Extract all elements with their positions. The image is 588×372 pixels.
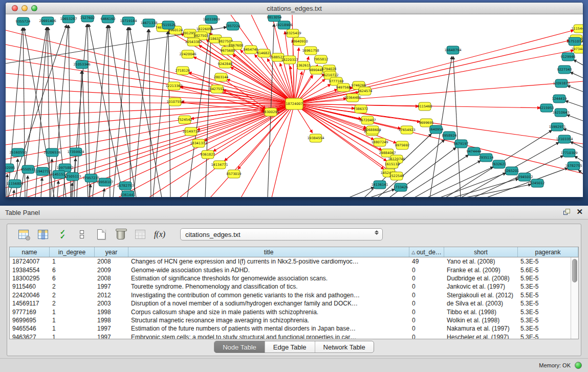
table-panel: Table Panel ✕ ✓✓ f(x) citations_edges.tx… <box>0 206 588 372</box>
graph-node-label: 12093872 <box>553 81 570 85</box>
graph-edge <box>565 101 583 107</box>
table-row[interactable]: 977716911998Corpus callosum shape and si… <box>10 308 578 316</box>
graph-node-label: 6466160 <box>101 17 116 21</box>
graph-node-label: 9474444 <box>467 149 482 154</box>
scrollbar-thumb[interactable] <box>572 259 577 282</box>
table-cell: Stergiakouli et al. (2012) <box>444 291 518 299</box>
graph-node-label: 18226058 <box>196 27 213 31</box>
tab-node-table[interactable]: Node Table <box>214 341 265 353</box>
graph-node-label: 8427552 <box>210 87 225 91</box>
graph-node-label: 18640910 <box>291 39 308 43</box>
select-all-columns-icon[interactable]: ✓✓ <box>56 228 69 240</box>
table-row[interactable]: 911546021997Tourette syndrome. Phenomeno… <box>10 282 578 291</box>
graph-node-label: 16033809 <box>203 17 220 21</box>
graph-node-label: 19734493 <box>571 47 583 51</box>
close-panel-icon[interactable]: ✕ <box>576 208 583 216</box>
column-header-short[interactable]: short <box>444 247 518 257</box>
delete-table-icon-disabled <box>134 228 146 240</box>
graph-node-label: 10975887 <box>56 166 73 170</box>
table-rows: 1872400712008Changes of HCN gene express… <box>10 257 578 339</box>
table-row[interactable]: 1938455462009Genome-wide association stu… <box>10 266 578 274</box>
column-header-title[interactable]: title <box>128 247 409 257</box>
graph-node-label: 14671338 <box>140 21 157 25</box>
graph-node-label: 11942737 <box>34 169 51 173</box>
table-cell: 2003 <box>95 299 128 308</box>
delete-column-icon[interactable] <box>115 228 127 240</box>
column-header-year[interactable]: year <box>95 247 128 257</box>
graph-node-label: 9129946 <box>561 55 576 59</box>
show-columns-icon[interactable] <box>37 228 49 240</box>
graph-node-label: 17359924 <box>67 150 84 154</box>
graph-node-label: 2522549 <box>389 174 404 178</box>
window-titlebar[interactable]: citations_edges.txt <box>6 3 583 14</box>
table-row[interactable]: 1872400712008Changes of HCN gene express… <box>10 257 578 266</box>
table-cell: 5.6E-5 <box>518 266 578 274</box>
table-row[interactable]: 946362711997Embryonic stem cells: a mode… <box>10 333 578 339</box>
graph-node-label: 7955812 <box>314 57 329 61</box>
table-cell: Structural magnetic resonance image aver… <box>128 316 409 324</box>
table-cell: 1 <box>50 257 95 266</box>
graph-node-label: 7515526 <box>161 23 176 27</box>
graph-node-label: 16648794 <box>444 48 461 52</box>
table-cell: 0 <box>409 274 444 282</box>
column-header-name[interactable]: name <box>10 247 50 257</box>
table-cell: Embryonic stem cells: a model to study s… <box>128 333 409 339</box>
new-table-icon[interactable] <box>95 228 107 240</box>
graph-node-label: 9699695 <box>419 121 434 125</box>
table-cell: Corpus callosum shape and size in male p… <box>128 308 409 316</box>
row-height-icon[interactable] <box>76 228 88 240</box>
graph-node-label: 18807249 <box>371 140 388 144</box>
graph-node-label: 2803144 <box>214 75 229 79</box>
table-cell: 0 <box>409 316 444 324</box>
table-cell: 1998 <box>95 316 128 324</box>
float-panel-icon[interactable] <box>563 208 571 216</box>
tab-network-table[interactable]: Network Table <box>315 341 374 353</box>
table-row[interactable]: 1830029562008Estimation of significance … <box>10 274 578 282</box>
table-cell: Genome-wide association studies in ADHD. <box>128 266 409 274</box>
graph-node-label: 7386372 <box>354 107 368 111</box>
column-header-out_de[interactable]: △out_de… <box>409 247 444 257</box>
function-builder-icon[interactable]: f(x) <box>154 228 166 240</box>
table-selector-value: citations_edges.txt <box>185 231 241 238</box>
graph-node-label: 25160550 <box>9 150 26 155</box>
table-toolbar: ✓✓ f(x) citations_edges.txt <box>7 224 581 245</box>
table-cell: 1 <box>50 316 95 324</box>
graph-edge <box>134 29 148 198</box>
table-panel-inner: ✓✓ f(x) citations_edges.txt namein_degre… <box>7 224 581 356</box>
graph-node-label: 9245012 <box>530 181 545 185</box>
graph-node-label: 9227343 <box>557 68 572 72</box>
table-cell: 49 <box>409 257 444 266</box>
table-cell: 0 <box>409 266 444 274</box>
memory-status-icon[interactable] <box>575 362 582 369</box>
graph-node-label: 20364486 <box>344 96 361 100</box>
table-row[interactable]: 1456911722003Disruption of a novel membe… <box>10 299 578 308</box>
graph-node-label: 10688609 <box>364 128 381 132</box>
graph-node-label: 6794028 <box>322 67 337 71</box>
column-header-pagerank[interactable]: pagerank <box>518 247 578 257</box>
network-graph[interactable]: 1872400774638229960124891295418226058982… <box>6 15 583 198</box>
graph-node-label: 16210643 <box>552 111 569 115</box>
vertical-scrollbar[interactable] <box>571 257 578 339</box>
table-cell: 22420046 <box>10 291 50 299</box>
graph-edge <box>108 25 110 198</box>
table-cell: Yano et al. (2008) <box>444 257 518 266</box>
graph-node-label: 16210722 <box>321 73 338 77</box>
table-settings-icon[interactable] <box>17 228 30 240</box>
table-row[interactable]: 946554611997Estimation of the future num… <box>10 324 578 333</box>
graph-node-label: 9550513 <box>21 167 36 171</box>
graph-node-label: 8902095 <box>6 166 15 170</box>
table-cell: 0 <box>409 299 444 308</box>
table-cell: Changes of HCN gene expression and I(f) … <box>128 257 409 266</box>
network-canvas[interactable]: 1872400774638229960124891295418226058982… <box>6 15 583 197</box>
graph-edge <box>567 85 583 92</box>
table-selector-dropdown[interactable]: citations_edges.txt <box>180 228 383 240</box>
graph-edge <box>128 27 130 198</box>
graph-edge <box>57 181 58 198</box>
table-row[interactable]: 2242004622012Investigating the contribut… <box>10 291 578 299</box>
graph-node-label: 10149714 <box>182 129 199 134</box>
tab-edge-table[interactable]: Edge Table <box>265 341 315 353</box>
table-row[interactable]: 969969511998Structural magnetic resonanc… <box>10 316 578 324</box>
column-header-in_degree[interactable]: in_degree <box>50 247 95 257</box>
status-bar: Memory: OK <box>0 358 588 372</box>
graph-edge <box>563 129 583 135</box>
